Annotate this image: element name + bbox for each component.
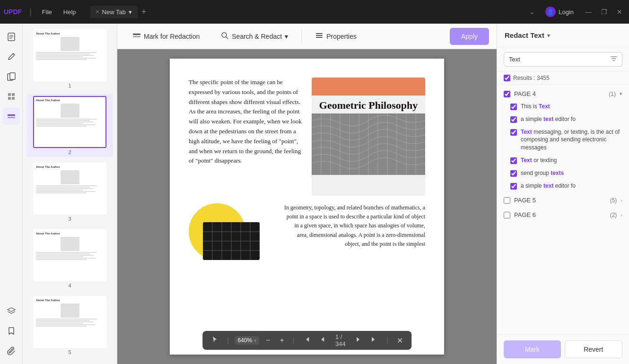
result-6-checkbox[interactable] [510, 183, 517, 190]
result-5-checkbox[interactable] [510, 170, 517, 177]
thumbnail-1[interactable]: About The Author 1 [26, 27, 113, 90]
result-item[interactable]: Text or texting [497, 154, 629, 167]
result-3-text: Text messaging, or texting, is the act o… [521, 128, 622, 152]
close-button[interactable]: ✕ [614, 6, 625, 17]
page-6-header[interactable]: PAGE 6 (2) › [497, 208, 629, 221]
thumbnail-2[interactable]: About The Author 2 [26, 94, 113, 157]
result-3-checkbox[interactable] [510, 129, 517, 136]
apply-button[interactable]: Apply [450, 28, 489, 45]
page-next-button[interactable] [352, 334, 365, 347]
result-2-text: a simple text editor fo [521, 115, 576, 123]
new-tab-button[interactable]: + [140, 5, 149, 19]
titlebar: UPDF | File Help × New Tab ▾ + ⌄ 👤 Login… [0, 0, 629, 24]
result-1-checkbox[interactable] [510, 104, 517, 110]
page-last-button[interactable] [368, 334, 381, 347]
page-first-button[interactable] [300, 334, 313, 347]
sidebar-icon-document[interactable] [3, 28, 20, 45]
login-button[interactable]: 👤 Login [542, 5, 577, 19]
thumbnail-num-5: 5 [68, 349, 71, 355]
result-item[interactable]: send group texts [497, 167, 629, 180]
page-prev-button[interactable] [316, 334, 329, 347]
page-6-expand-icon[interactable]: › [620, 212, 622, 218]
svg-rect-13 [133, 36, 140, 37]
result-highlight: Text [521, 129, 532, 135]
right-panel: Redact Text ▾ Results : 3455 PAGE 4 (1) [497, 24, 629, 364]
result-4-text: Text or texting [521, 156, 557, 165]
page-4-checkbox[interactable] [504, 91, 510, 97]
sidebar-icon-layers[interactable] [3, 303, 20, 320]
sidebar-icon-attachment[interactable] [3, 342, 20, 359]
results-count-label: Results : 3455 [513, 75, 550, 81]
window-chevron-icon[interactable]: ⌄ [527, 6, 537, 17]
thumbnail-4[interactable]: About The Author 4 [26, 227, 113, 290]
sidebar-icon-redact[interactable] [3, 108, 20, 125]
page-group-4: PAGE 4 (1) ▾ This is Text a simple text … [497, 87, 629, 193]
result-5-text: send group texts [521, 169, 564, 177]
select-all-checkbox[interactable] [504, 75, 510, 81]
new-tab[interactable]: × New Tab ▾ [90, 6, 138, 18]
result-4-checkbox[interactable] [510, 157, 517, 164]
result-highlight: texts [550, 170, 564, 176]
maximize-button[interactable]: ❐ [598, 6, 610, 17]
thumbnail-5[interactable]: About The Author 5 [26, 294, 113, 357]
mark-for-redaction-label: Mark for Redaction [144, 33, 200, 40]
right-panel-title: Redact Text [505, 31, 544, 39]
pdf-page: The specific point of the image can be e… [170, 59, 444, 355]
svg-rect-8 [8, 97, 11, 100]
tab-dropdown-icon: ▾ [129, 9, 132, 16]
result-item[interactable]: Text messaging, or texting, is the act o… [497, 126, 629, 154]
thumbnail-preview-4: About The Author [33, 229, 106, 281]
result-item[interactable]: a simple text editor fo [497, 113, 629, 126]
nav-close-button[interactable]: ✕ [394, 334, 406, 347]
minimize-button[interactable]: — [582, 6, 594, 17]
navigation-bar: | 640% ▾ − + | 1 / 344 [202, 331, 411, 350]
page-4-expand-icon[interactable]: ▾ [620, 91, 622, 97]
page-group-6: PAGE 6 (2) › [497, 208, 629, 222]
thumbnail-preview-5: About The Author [33, 296, 106, 348]
redact-text-search-input[interactable] [509, 56, 608, 63]
sidebar-left [0, 24, 23, 364]
sidebar-icon-pages[interactable] [3, 68, 20, 85]
zoom-in-button[interactable]: + [277, 334, 287, 347]
page-5-expand-icon[interactable]: › [620, 198, 622, 203]
result-highlight: Text [521, 157, 532, 164]
sidebar-icon-edit[interactable] [3, 48, 20, 65]
zoom-out-button[interactable]: − [263, 334, 273, 347]
result-highlight: text [543, 116, 553, 122]
pdf-viewer[interactable]: The specific point of the image can be e… [117, 49, 497, 364]
tab-label: New Tab [102, 9, 126, 16]
result-2-checkbox[interactable] [510, 116, 517, 123]
search-redact-label: Search & Redact [232, 33, 282, 40]
filter-icon[interactable] [611, 55, 617, 63]
tab-close-btn[interactable]: × [96, 9, 99, 15]
svg-rect-6 [8, 93, 11, 96]
file-menu[interactable]: File [37, 7, 57, 17]
thumbnail-num-4: 4 [68, 283, 71, 288]
svg-rect-16 [316, 33, 323, 34]
mark-button[interactable]: Mark [504, 340, 561, 358]
titlebar-right: ⌄ 👤 Login — ❐ ✕ [527, 5, 625, 19]
page-5-count: (5) [610, 197, 617, 204]
page-4-header[interactable]: PAGE 4 (1) ▾ [497, 87, 629, 100]
pdf-body-text: The specific point of the image can be e… [189, 78, 302, 166]
result-item[interactable]: a simple text editor fo [497, 180, 629, 192]
mark-for-redaction-button[interactable]: Mark for Redaction [125, 27, 207, 45]
toolbar-divider [301, 29, 302, 43]
page-6-checkbox[interactable] [504, 212, 510, 218]
result-item[interactable]: This is Text [497, 100, 629, 113]
page-5-checkbox[interactable] [504, 197, 510, 204]
search-redact-button[interactable]: Search & Redact ▾ [213, 27, 296, 45]
page-5-header[interactable]: PAGE 5 (5) › [497, 194, 629, 207]
panel-dropdown-icon[interactable]: ▾ [547, 32, 550, 39]
cursor-tool-button[interactable] [208, 334, 221, 347]
sidebar-icon-bookmark[interactable] [3, 322, 20, 339]
user-avatar: 👤 [545, 7, 556, 17]
page-number-display: 1 / 344 [332, 333, 349, 347]
svg-rect-9 [12, 97, 15, 100]
revert-button[interactable]: Revert [565, 340, 623, 358]
sidebar-icon-grid[interactable] [3, 88, 20, 105]
help-menu[interactable]: Help [59, 7, 81, 17]
search-box-area [497, 47, 629, 72]
properties-button[interactable]: Properties [307, 27, 364, 45]
thumbnail-3[interactable]: About The Author 3 [26, 161, 113, 224]
